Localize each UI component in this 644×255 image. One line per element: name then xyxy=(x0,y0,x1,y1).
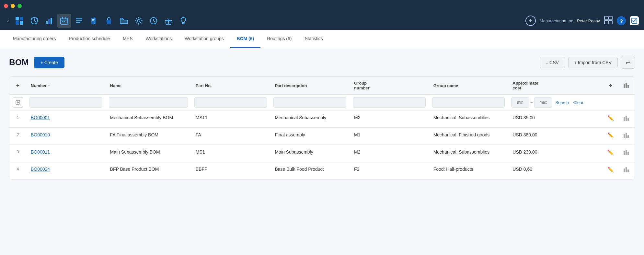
list-icon-button[interactable] xyxy=(72,14,86,28)
cell-chart-0[interactable] xyxy=(618,110,635,128)
cost-max-input[interactable] xyxy=(534,97,552,108)
cell-partdesc-2: Main Subassembly xyxy=(270,145,350,162)
cell-partno-0: MS11 xyxy=(191,110,270,128)
filter-partdesc[interactable] xyxy=(270,95,350,110)
bar-chart-icon xyxy=(45,17,53,25)
cell-chart-1[interactable] xyxy=(618,128,635,145)
filter-actions-chart xyxy=(618,95,635,110)
chart-icon-0[interactable] xyxy=(623,117,630,122)
tab-mps[interactable]: MPS xyxy=(116,30,139,48)
cell-rownum-0: 1 xyxy=(9,110,26,128)
col-header-actions-plus[interactable]: + xyxy=(603,77,618,95)
tab-manufacturing-orders[interactable]: Manufacturing orders xyxy=(6,30,62,48)
task-icon[interactable] xyxy=(630,16,639,25)
cell-approxcost-1: USD 380,00 xyxy=(508,128,603,145)
chart-icon-1[interactable] xyxy=(623,134,630,140)
edit-icon-2[interactable]: ✏️ xyxy=(607,150,614,155)
create-button[interactable]: + Create xyxy=(34,57,64,68)
filter-save xyxy=(9,95,26,110)
svg-rect-0 xyxy=(16,17,19,20)
svg-rect-28 xyxy=(626,133,627,138)
cell-edit-2[interactable]: ✏️ xyxy=(603,145,618,162)
page-title: BOM xyxy=(9,57,29,67)
bag-icon-button[interactable] xyxy=(102,14,116,28)
cell-rownum-1: 2 xyxy=(9,128,26,145)
book-icon xyxy=(90,17,98,25)
cost-clear-button[interactable]: Clear xyxy=(572,100,585,105)
bom-id-link-1[interactable]: BO00010 xyxy=(31,132,50,137)
traffic-light-yellow[interactable] xyxy=(11,4,15,8)
bom-id-link-3[interactable]: BO00024 xyxy=(31,167,50,172)
filter-groupnumber-input[interactable] xyxy=(353,97,426,108)
filter-groupname[interactable] xyxy=(429,95,508,110)
bulb-icon-button[interactable] xyxy=(176,14,190,28)
filter-name[interactable] xyxy=(106,95,191,110)
profile-icon[interactable] xyxy=(604,16,613,26)
filter-partno[interactable] xyxy=(191,95,270,110)
add-button[interactable]: + xyxy=(525,16,536,26)
import-csv-button[interactable]: ↑ Import from CSV xyxy=(568,57,618,68)
csv-button[interactable]: ↓ CSV xyxy=(540,57,565,68)
edit-icon-1[interactable]: ✏️ xyxy=(607,133,614,138)
traffic-light-green[interactable] xyxy=(17,4,22,8)
svg-rect-15 xyxy=(604,16,608,20)
cell-edit-0[interactable]: ✏️ xyxy=(603,110,618,128)
bar-chart-icon-button[interactable] xyxy=(42,14,56,28)
cost-min-input[interactable] xyxy=(511,97,529,108)
cell-edit-1[interactable]: ✏️ xyxy=(603,128,618,145)
clock-icon-button[interactable] xyxy=(27,14,41,28)
book-icon-button[interactable] xyxy=(87,14,101,28)
calendar-icon-button[interactable] xyxy=(57,14,71,28)
save-filter-button[interactable] xyxy=(13,97,23,108)
shuffle-button[interactable]: ⇌ xyxy=(621,56,635,69)
gear-icon-button[interactable] xyxy=(132,14,146,28)
chart-icon-2[interactable] xyxy=(623,151,630,157)
folder-icon-button[interactable] xyxy=(117,14,131,28)
tab-routings[interactable]: Routings (6) xyxy=(260,30,298,48)
toolbar-icons xyxy=(12,14,524,28)
back-button[interactable]: ‹ xyxy=(5,16,11,26)
chart-icon-3[interactable] xyxy=(623,168,630,174)
tab-workstation-groups[interactable]: Workstation groups xyxy=(178,30,230,48)
cell-number-3[interactable]: BO00024 xyxy=(26,162,106,179)
cell-number-2[interactable]: BO00011 xyxy=(26,145,106,162)
filter-name-input[interactable] xyxy=(109,97,188,108)
cell-edit-3[interactable]: ✏️ xyxy=(603,162,618,179)
svg-rect-32 xyxy=(627,152,629,155)
bom-id-link-2[interactable]: BO00011 xyxy=(31,149,50,155)
cell-number-0[interactable]: BO00001 xyxy=(26,110,106,128)
help-icon[interactable]: ? xyxy=(617,16,626,25)
cell-approxcost-0: USD 35,00 xyxy=(508,110,603,128)
cell-chart-2[interactable] xyxy=(618,145,635,162)
filter-number-input[interactable] xyxy=(29,97,102,108)
cell-partdesc-0: Mechanical Subassembly xyxy=(270,110,350,128)
traffic-light-red[interactable] xyxy=(4,4,8,8)
filter-groupname-input[interactable] xyxy=(432,97,505,108)
edit-icon-0[interactable]: ✏️ xyxy=(607,115,614,121)
gift-icon-button[interactable] xyxy=(161,14,176,28)
edit-icon-3[interactable]: ✏️ xyxy=(607,167,614,172)
filter-partdesc-input[interactable] xyxy=(273,97,346,108)
cell-name-2: Main Subassembly BOM xyxy=(106,145,191,162)
tab-production-schedule[interactable]: Production schedule xyxy=(62,30,116,48)
clock2-icon-button[interactable] xyxy=(146,14,161,28)
cost-search-button[interactable]: Search xyxy=(553,100,570,105)
clock2-icon xyxy=(149,17,158,25)
svg-rect-24 xyxy=(624,117,625,121)
filter-number[interactable] xyxy=(26,95,106,110)
tab-statistics[interactable]: Statistics xyxy=(298,30,329,48)
toolbar: ‹ xyxy=(0,12,644,30)
col-header-groupname: Group name xyxy=(429,77,508,95)
bom-id-link-0[interactable]: BO00001 xyxy=(31,115,50,120)
svg-rect-34 xyxy=(626,167,627,172)
app-logo-button[interactable] xyxy=(12,14,27,28)
cell-chart-3[interactable] xyxy=(618,162,635,179)
tab-bom[interactable]: BOM (6) xyxy=(230,30,261,48)
cell-number-1[interactable]: BO00010 xyxy=(26,128,106,145)
tab-workstations[interactable]: Workstations xyxy=(139,30,178,48)
filter-groupnumber[interactable] xyxy=(350,95,429,110)
title-bar xyxy=(0,0,644,12)
col-header-add[interactable]: + xyxy=(9,77,26,95)
svg-rect-5 xyxy=(46,21,48,24)
filter-partno-input[interactable] xyxy=(194,97,267,108)
